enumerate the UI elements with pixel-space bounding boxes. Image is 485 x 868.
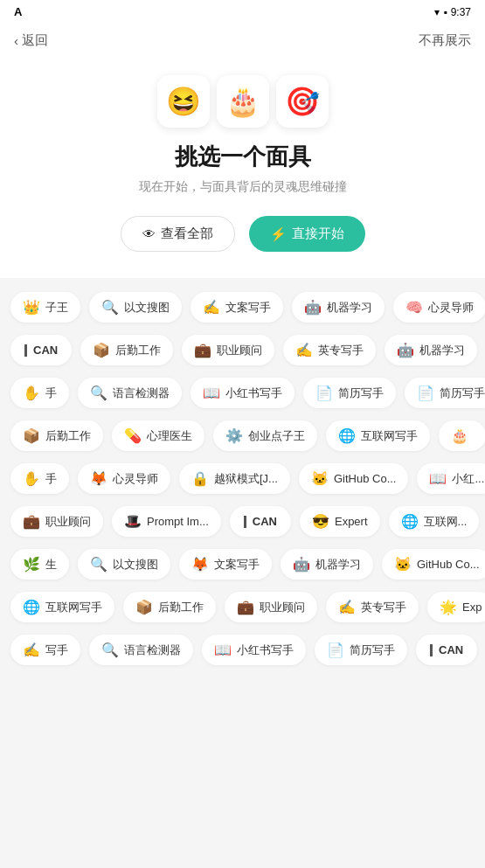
list-item[interactable]: 🤖机器学习 — [292, 292, 385, 323]
tag-icon: 📖 — [214, 642, 232, 658]
list-item[interactable]: 📖小红... — [417, 463, 485, 494]
tag-icon: 😎 — [312, 513, 329, 530]
dismiss-button[interactable]: 不再展示 — [419, 32, 471, 49]
tag-icon: 👑 — [23, 299, 40, 316]
can-tag[interactable]: CAN — [416, 635, 477, 665]
action-buttons: 👁 查看全部 ⚡ 直接开始 — [121, 216, 365, 252]
list-item[interactable]: 🔍以文搜图 — [78, 549, 170, 580]
tag-icon: 📦 — [93, 342, 110, 358]
back-label: 返回 — [22, 32, 48, 49]
tag-icon: 📦 — [135, 599, 153, 615]
tag-row-2: CAN 📦后勤工作 💼职业顾问 ✍️英专写手 🤖机器学习 — [0, 331, 485, 369]
tag-icon: 🎂 — [451, 427, 468, 444]
tag-row-1: 👑子王 🔍以文搜图 ✍️文案写手 🤖机器学习 🧠心灵导师 — [0, 288, 485, 326]
list-item[interactable]: 📖小红书写手 — [202, 635, 306, 665]
tag-icon: 🌟 — [440, 599, 457, 615]
list-item[interactable]: 🔍以文搜图 — [89, 292, 182, 323]
can-bar-icon — [430, 644, 433, 656]
tag-icon: 🔒 — [191, 470, 209, 487]
list-item[interactable]: 📦后勤工作 — [10, 420, 103, 451]
list-item[interactable]: 💼职业顾问 — [225, 592, 317, 622]
list-item[interactable]: ✋手 — [10, 378, 69, 408]
tag-icon: 📄 — [327, 642, 344, 658]
back-chevron-icon: ‹ — [14, 33, 18, 48]
tag-icon: 🌿 — [23, 556, 40, 573]
tag-icon: 🔍 — [90, 385, 107, 401]
tag-icon: 📄 — [417, 385, 434, 401]
tag-row-7: 🌿生 🔍以文搜图 🦊文案写手 🤖机器学习 🐱GitHub Co... — [0, 545, 485, 583]
list-item[interactable]: 🔒越狱模式[J... — [179, 463, 290, 494]
list-item[interactable]: 🌐互联网写手 — [10, 592, 114, 622]
list-item[interactable]: 😎Expert — [300, 506, 380, 537]
start-button[interactable]: ⚡ 直接开始 — [249, 216, 365, 252]
hero-section: 😆 🎂 🎯 挑选一个面具 现在开始，与面具背后的灵魂思维碰撞 👁 查看全部 ⚡ … — [0, 58, 485, 278]
back-button[interactable]: ‹ 返回 — [14, 32, 48, 49]
can-tag[interactable]: CAN — [230, 506, 291, 537]
tag-icon: 📦 — [23, 427, 40, 444]
emoji-card-1: 😆 — [157, 75, 210, 128]
tag-row-4: 📦后勤工作 💊心理医生 ⚙️创业点子王 🌐互联网写手 🎂 — [0, 417, 485, 455]
tag-icon: 🦊 — [90, 470, 107, 487]
view-all-button[interactable]: 👁 查看全部 — [121, 216, 235, 252]
list-item[interactable]: 📄简历写手 — [405, 378, 485, 408]
list-item[interactable]: 🌐互联网写手 — [326, 420, 430, 451]
list-item[interactable]: 🐱GitHub Co... — [382, 549, 485, 580]
tag-icon: 🐱 — [311, 470, 329, 487]
list-item[interactable]: ⚙️创业点子王 — [213, 420, 317, 451]
tag-row-6: 💼职业顾问 🎩Prompt Im... CAN 😎Expert 🌐互联网... — [0, 503, 485, 540]
tag-icon: ✍️ — [295, 342, 313, 358]
tag-icon: 🔍 — [101, 642, 119, 658]
list-item[interactable]: 🧠心灵导师 — [393, 292, 485, 323]
list-item[interactable]: 📄简历写手 — [315, 635, 407, 665]
tag-row-3: ✋手 🔍语言检测器 📖小红书写手 📄简历写手 📄简历写手 — [0, 374, 485, 412]
can-tag[interactable]: CAN — [10, 335, 72, 365]
list-item[interactable]: 🌐互联网... — [389, 506, 480, 537]
wifi-icon: ▾ — [434, 6, 440, 18]
list-item[interactable]: 💊心理医生 — [112, 420, 204, 451]
list-item[interactable]: ✍️英专写手 — [326, 592, 419, 622]
nav-bar: ‹ 返回 不再展示 — [0, 24, 485, 58]
tag-icon: 📄 — [315, 385, 333, 401]
list-item[interactable]: 🎩Prompt Im... — [112, 506, 221, 537]
tag-icon: 💼 — [237, 599, 254, 615]
list-item[interactable]: 📄简历写手 — [303, 378, 396, 408]
list-item[interactable]: 💼职业顾问 — [10, 506, 103, 537]
list-item[interactable]: ✋手 — [10, 463, 69, 494]
list-item[interactable]: 📖小红书写手 — [191, 378, 294, 408]
hero-subtitle: 现在开始，与面具背后的灵魂思维碰撞 — [139, 179, 347, 195]
tag-row-5: ✋手 🦊心灵导师 🔒越狱模式[J... 🐱GitHub Co... 📖小红... — [0, 460, 485, 497]
tag-icon: ✍️ — [203, 299, 220, 316]
list-item[interactable]: ✍️英专写手 — [283, 335, 376, 365]
tag-icon: 💊 — [124, 427, 142, 444]
list-item[interactable]: 🦊心灵导师 — [78, 463, 170, 494]
list-item[interactable]: 🎂 — [439, 420, 485, 451]
tag-icon: 🔍 — [90, 556, 107, 573]
list-item[interactable]: 👑子王 — [10, 292, 80, 323]
tag-icon: 🦊 — [191, 556, 209, 573]
tag-icon: 🌐 — [23, 599, 40, 615]
emoji-card-3: 🎯 — [276, 75, 329, 128]
list-item[interactable]: 💼职业顾问 — [182, 335, 274, 365]
list-item[interactable]: 🌟Exp — [427, 592, 485, 622]
signal-icon: ▪ — [443, 6, 447, 18]
list-item[interactable]: 🔍语言检测器 — [78, 378, 182, 408]
tag-icon: 🤖 — [304, 299, 322, 316]
emoji-card-2: 🎂 — [217, 75, 269, 128]
list-item[interactable]: 📦后勤工作 — [123, 592, 216, 622]
tag-icon: 🌐 — [338, 427, 356, 444]
tag-icon: 🐱 — [394, 556, 412, 573]
tag-icon: ✋ — [23, 385, 40, 401]
list-item[interactable]: 🤖机器学习 — [385, 335, 477, 365]
tag-icon: 🤖 — [397, 342, 414, 358]
time: 9:37 — [451, 6, 471, 18]
list-item[interactable]: 🌿生 — [10, 549, 69, 580]
list-item[interactable]: 📦后勤工作 — [80, 335, 173, 365]
list-item[interactable]: ✍️文案写手 — [191, 292, 283, 323]
tag-icon: 🤖 — [293, 556, 310, 573]
list-item[interactable]: 🔍语言检测器 — [89, 635, 193, 665]
list-item[interactable]: 🦊文案写手 — [179, 549, 272, 580]
tag-icon: 💼 — [23, 513, 40, 530]
list-item[interactable]: ✍️写手 — [10, 635, 80, 665]
list-item[interactable]: 🐱GitHub Co... — [299, 463, 409, 494]
list-item[interactable]: 🤖机器学习 — [281, 549, 373, 580]
